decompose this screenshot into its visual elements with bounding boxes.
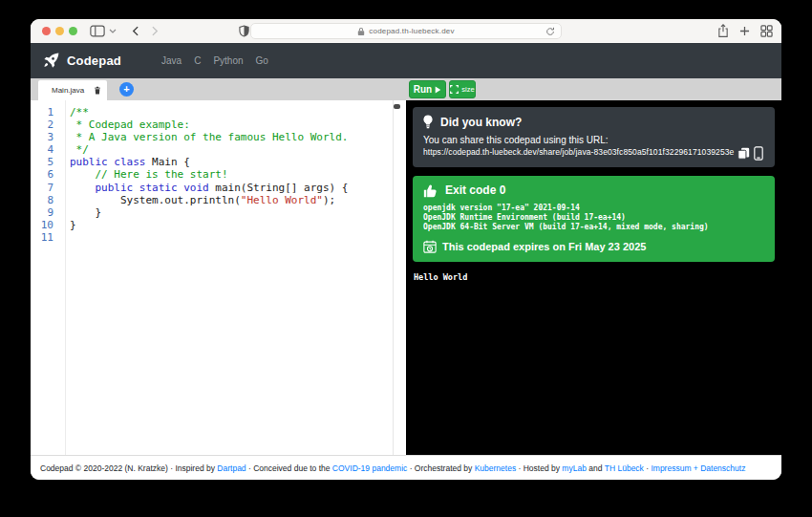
close-window-button[interactable] [42, 27, 51, 35]
copy-icon[interactable] [737, 147, 750, 160]
size-button[interactable]: size [449, 80, 476, 98]
code-token [70, 168, 96, 181]
footer-text-0: Codepad © 2020-2022 (N. Kratzke) · Inspi… [40, 463, 217, 473]
code-line[interactable]: * Codepad example: [70, 118, 348, 131]
play-icon [435, 86, 441, 94]
result-card: Exit code 0 openjdk version "17-ea" 2021… [413, 176, 775, 262]
new-tab-icon[interactable] [739, 26, 750, 36]
line-number: 6 [31, 168, 65, 181]
nav-link-java[interactable]: Java [161, 55, 182, 66]
nav-link-python[interactable]: Python [213, 55, 243, 66]
line-number: 10 [31, 219, 65, 231]
back-icon[interactable] [132, 26, 139, 36]
jdk-info: openjdk version "17-ea" 2021-09-14OpenJD… [423, 204, 765, 232]
zoom-window-button[interactable] [69, 27, 77, 35]
scrollbar-track [393, 100, 394, 455]
reload-icon[interactable] [545, 27, 555, 36]
footer-link-7[interactable]: myLab [562, 463, 587, 473]
nav-link-c[interactable]: C [194, 55, 201, 66]
line-number: 2 [31, 118, 65, 131]
share-url[interactable]: https://codepad.th-luebeck.dev/share/job… [423, 147, 734, 159]
code-line[interactable]: } [70, 219, 348, 231]
footer-text-2: · Conceived due to the [246, 463, 332, 473]
nav-link-go[interactable]: Go [256, 55, 268, 66]
code-token: main(String[] args) { [209, 182, 349, 194]
chevron-down-icon[interactable] [109, 29, 117, 33]
code-token: public static void [96, 182, 209, 194]
tab-toolbar-row: Main.java + Run [31, 78, 781, 100]
url-text: codepad.th-luebeck.dev [369, 27, 454, 35]
footer-text-4: · Orchestrated by [407, 463, 474, 473]
footer-link-5[interactable]: Kubernetes [475, 463, 516, 473]
line-number: 1 [31, 106, 65, 118]
code-line[interactable]: // Here is the start! [70, 168, 348, 181]
tab-label: Main.java [52, 86, 84, 95]
lock-icon [357, 27, 365, 36]
code-line[interactable]: /** [70, 106, 348, 118]
line-number: 3 [31, 131, 65, 143]
line-number: 11 [31, 231, 65, 244]
phone-icon[interactable] [754, 146, 763, 161]
forward-icon[interactable] [152, 26, 159, 36]
footer-link-9[interactable]: TH Lübeck [605, 463, 644, 473]
result-title: Exit code 0 [445, 183, 505, 197]
lightbulb-icon [423, 115, 433, 130]
footer-text-8: and [587, 463, 605, 473]
footer-text-6: · Hosted by [516, 463, 562, 473]
code-line[interactable]: } [70, 206, 348, 219]
code-token: Main { [145, 156, 189, 168]
code-token: } [70, 219, 76, 231]
tip-body-text: You can share this codepad using this UR… [423, 135, 767, 146]
code-token: public class [70, 156, 145, 168]
code-line[interactable]: * A Java version of the famous Hello Wor… [70, 131, 348, 143]
jdk-line: OpenJDK 64-Bit Server VM (build 17-ea+14… [423, 223, 765, 232]
code-line[interactable]: */ [70, 143, 348, 156]
add-tab-button[interactable]: + [119, 82, 134, 97]
output-panel: Did you know? You can share this codepad… [406, 100, 781, 455]
sidebar-toggle-icon[interactable] [90, 25, 105, 37]
calendar-clock-icon [423, 240, 437, 253]
footer-link-11[interactable]: Impressum + Datenschutz [651, 463, 745, 473]
code-token: System.out.println( [70, 194, 241, 206]
footer-link-3[interactable]: COVID-19 pandemic [332, 463, 407, 473]
code-line[interactable]: System.out.println("Hello World"); [70, 194, 348, 206]
footer-link-1[interactable]: Dartpad [217, 463, 246, 473]
code-token: // Here is the start! [96, 168, 228, 181]
scrollbar-thumb[interactable] [394, 104, 400, 109]
line-number-gutter: 1234567891011 [31, 100, 66, 455]
minimize-window-button[interactable] [55, 27, 64, 35]
tab-main-java[interactable]: Main.java [38, 80, 107, 100]
line-number: 8 [31, 194, 65, 206]
size-label: size [461, 85, 474, 94]
brand-title[interactable]: Codepad [67, 54, 121, 68]
main-content: 1234567891011 /** * Codepad example: * A… [31, 100, 781, 455]
browser-chrome: codepad.th-luebeck.dev [31, 19, 781, 43]
jdk-line: OpenJDK Runtime Environment (build 17-ea… [423, 213, 765, 223]
run-label: Run [414, 84, 432, 95]
did-you-know-card: Did you know? You can share this codepad… [413, 107, 775, 167]
run-button[interactable]: Run [409, 80, 446, 98]
resize-icon [450, 85, 459, 94]
jdk-line: openjdk version "17-ea" 2021-09-14 [423, 204, 765, 213]
code-token: "Hello World" [241, 194, 323, 206]
footer-text-10: · [644, 463, 652, 473]
line-number: 9 [31, 206, 65, 219]
code-editor[interactable]: 1234567891011 /** * Codepad example: * A… [31, 100, 406, 455]
share-icon[interactable] [717, 24, 729, 38]
code-line[interactable]: public class Main { [70, 156, 348, 168]
privacy-shield-icon[interactable] [239, 25, 249, 37]
code-line[interactable]: public static void main(String[] args) { [70, 182, 348, 194]
plus-icon: + [123, 84, 129, 95]
expires-text: This codepad expires on Fri May 23 2025 [442, 241, 646, 252]
url-field[interactable]: codepad.th-luebeck.dev [250, 23, 562, 39]
code-area[interactable]: /** * Codepad example: * A Java version … [66, 100, 348, 455]
nav-links: JavaCPythonGo [161, 55, 268, 66]
screenshot-stage: codepad.th-luebeck.dev [0, 0, 812, 517]
code-line[interactable] [70, 231, 348, 244]
tab-overview-icon[interactable] [760, 25, 773, 37]
trash-icon[interactable] [94, 86, 101, 95]
line-number: 4 [31, 143, 65, 156]
code-token: * A Java version of the famous Hello Wor… [70, 131, 348, 143]
code-token: */ [70, 143, 89, 156]
code-token: } [70, 206, 101, 219]
